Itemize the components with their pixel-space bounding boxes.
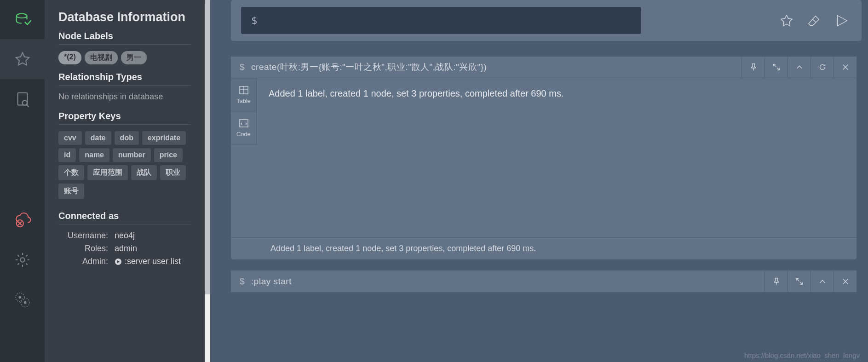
prop-key-tag[interactable]: name: [79, 148, 109, 162]
admin-value: :server user list: [115, 257, 191, 268]
result-body: Table Code Added 1 label, created 1 node…: [231, 78, 857, 237]
svg-line-16: [776, 68, 779, 70]
server-user-list-text: :server user list: [125, 257, 181, 266]
view-tab-table[interactable]: Table: [231, 78, 257, 111]
logo-icon[interactable]: [0, 0, 45, 39]
left-iconbar: [0, 0, 45, 362]
nav-settings-icon[interactable]: [0, 240, 45, 280]
connected-info: Username: neo4j Roles: admin Admin: :ser…: [58, 231, 191, 268]
roles-label: Roles:: [58, 244, 108, 253]
svg-line-15: [773, 64, 776, 67]
collapse-button[interactable]: [788, 57, 811, 78]
nav-cloud-error-icon[interactable]: [0, 200, 45, 240]
prop-key-tag[interactable]: 战队: [131, 165, 157, 180]
sidebar-wrapper: Database Information Node Labels *(2) 电视…: [45, 0, 210, 362]
prop-key-tag[interactable]: 应用范围: [87, 165, 128, 180]
expand-button[interactable]: [765, 57, 788, 78]
result-frame: $ create(叶秋:男一{账号:"一叶之秋",职业:"散人",战队:"兴欣"…: [231, 57, 857, 259]
nav-spacer: [0, 119, 45, 200]
watermark: https://blog.csdn.net/xiao_shen_longv: [744, 351, 860, 359]
svg-point-7: [20, 258, 25, 262]
prop-key-tag[interactable]: 账号: [58, 184, 84, 199]
divider: [58, 44, 191, 45]
chevron-up-icon: [795, 63, 804, 71]
pin-icon: [772, 277, 781, 286]
frame-command[interactable]: :play start: [251, 276, 292, 287]
prop-key-tag[interactable]: price: [154, 148, 183, 162]
expand-button[interactable]: [788, 270, 811, 292]
run-button[interactable]: [832, 11, 851, 30]
frame-prompt: $: [240, 276, 245, 287]
close-button[interactable]: [834, 57, 857, 78]
cypher-editor[interactable]: $: [241, 7, 641, 34]
prop-key-tag[interactable]: dob: [115, 131, 139, 145]
editor-bar: $: [231, 0, 862, 41]
svg-line-13: [812, 19, 816, 23]
collapse-button[interactable]: [811, 270, 834, 292]
frame-toolbox: [742, 57, 857, 78]
eraser-icon: [807, 14, 821, 28]
expand-icon: [772, 63, 781, 71]
nav-documents-icon[interactable]: [0, 79, 45, 119]
play-icon: [835, 14, 849, 28]
refresh-icon: [818, 63, 827, 71]
main-area: $ $ create(叶秋:男一{账号:"一叶之秋",职业:"散人",战队:"兴…: [210, 0, 868, 362]
svg-line-24: [796, 278, 799, 281]
play-icon: [115, 258, 122, 265]
result-frame: $ :play start: [231, 270, 857, 292]
nav-about-icon[interactable]: [0, 280, 45, 320]
node-label-pill[interactable]: 男一: [121, 51, 147, 64]
svg-line-25: [799, 282, 802, 284]
view-tab-code[interactable]: Code: [231, 111, 257, 144]
view-tabs: Table Code: [231, 78, 257, 237]
prop-key-tag[interactable]: cvv: [58, 131, 82, 145]
prop-key-tag[interactable]: date: [85, 131, 111, 145]
nav-favorites-icon[interactable]: [0, 39, 45, 79]
prop-key-tag[interactable]: 职业: [160, 165, 186, 180]
roles-value: admin: [115, 244, 191, 253]
sidebar: Database Information Node Labels *(2) 电视…: [45, 0, 205, 362]
node-label-all[interactable]: *(2): [58, 51, 81, 64]
sidebar-scrollbar-thumb[interactable]: [205, 0, 210, 294]
result-header: $ :play start: [231, 270, 857, 292]
username-value: neo4j: [115, 231, 191, 241]
rel-types-heading: Relationship Types: [58, 72, 191, 82]
rel-types-empty: No relationships in database: [58, 92, 191, 102]
editor-prompt: $: [251, 15, 257, 26]
result-message: Added 1 label, created 1 node, set 3 pro…: [257, 78, 857, 237]
prop-key-tag[interactable]: id: [58, 148, 76, 162]
admin-label: Admin:: [58, 257, 108, 268]
star-icon: [780, 14, 793, 28]
frame-toolbox: [765, 270, 857, 292]
svg-point-0: [16, 13, 27, 18]
result-footer: Added 1 label, created 1 node, set 3 pro…: [231, 237, 857, 259]
pin-button[interactable]: [742, 57, 765, 78]
prop-keys-heading: Property Keys: [58, 111, 191, 121]
frame-command[interactable]: create(叶秋:男一{账号:"一叶之秋",职业:"散人",战队:"兴欣"}): [251, 61, 487, 73]
node-label-pill[interactable]: 电视剧: [85, 51, 118, 64]
username-label: Username:: [58, 231, 108, 241]
clear-button[interactable]: [805, 11, 824, 30]
close-icon: [841, 277, 850, 286]
view-tab-label: Table: [236, 98, 251, 104]
pin-button[interactable]: [765, 270, 788, 292]
favorite-button[interactable]: [777, 11, 796, 30]
server-user-list-link[interactable]: :server user list: [115, 257, 181, 266]
prop-key-tag[interactable]: number: [113, 148, 151, 162]
view-tab-label: Code: [236, 131, 251, 138]
pin-icon: [749, 63, 758, 71]
prop-key-tag[interactable]: 个数: [58, 165, 84, 180]
sidebar-scrollbar-track[interactable]: [205, 0, 210, 362]
sidebar-title: Database Information: [58, 10, 191, 24]
prop-key-tag[interactable]: expridate: [142, 131, 186, 145]
close-button[interactable]: [834, 270, 857, 292]
rerun-button[interactable]: [811, 57, 834, 78]
svg-rect-22: [240, 120, 248, 127]
close-icon: [841, 63, 850, 71]
divider: [58, 85, 191, 86]
svg-point-2: [22, 100, 27, 105]
divider: [58, 124, 191, 125]
prop-keys-group: cvv date dob expridate id name number pr…: [58, 131, 191, 199]
svg-point-11: [23, 301, 26, 304]
connected-heading: Connected as: [58, 211, 191, 221]
